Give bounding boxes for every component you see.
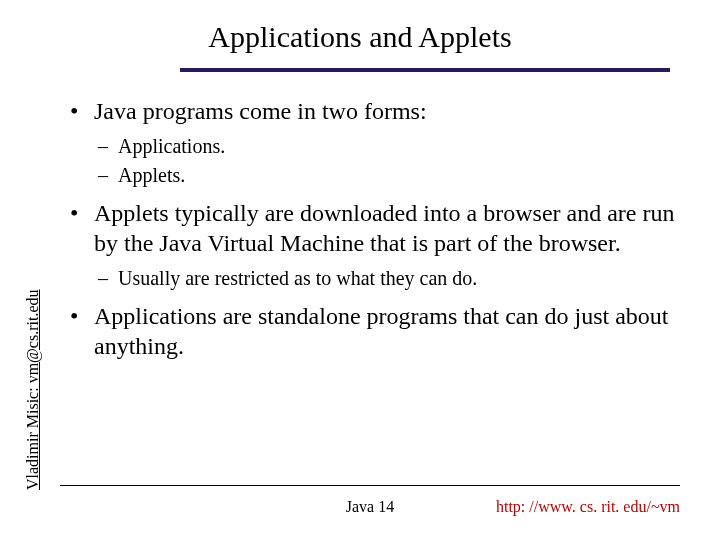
- page-number: Java 14: [346, 498, 394, 516]
- slide: Applications and Applets Java programs c…: [0, 0, 720, 540]
- bullet-level1: Applications are standalone programs tha…: [70, 301, 680, 361]
- content-area: Java programs come in two forms: Applica…: [0, 72, 720, 361]
- slide-title: Applications and Applets: [0, 0, 720, 68]
- bullet-level1: Java programs come in two forms:: [70, 96, 680, 126]
- footer: Java 14 http: //www. cs. rit. edu/~vm: [60, 498, 680, 516]
- footer-url: http: //www. cs. rit. edu/~vm: [496, 498, 680, 516]
- bullet-level2: Applets.: [98, 163, 680, 188]
- author-credit: Vladimir Misic: vm@cs.rit.edu: [24, 290, 42, 490]
- footer-rule: [60, 485, 680, 486]
- bullet-level1: Applets typically are downloaded into a …: [70, 198, 680, 258]
- sidebar: Vladimir Misic: vm@cs.rit.edu: [2, 0, 30, 540]
- bullet-level2: Applications.: [98, 134, 680, 159]
- bullet-level2: Usually are restricted as to what they c…: [98, 266, 680, 291]
